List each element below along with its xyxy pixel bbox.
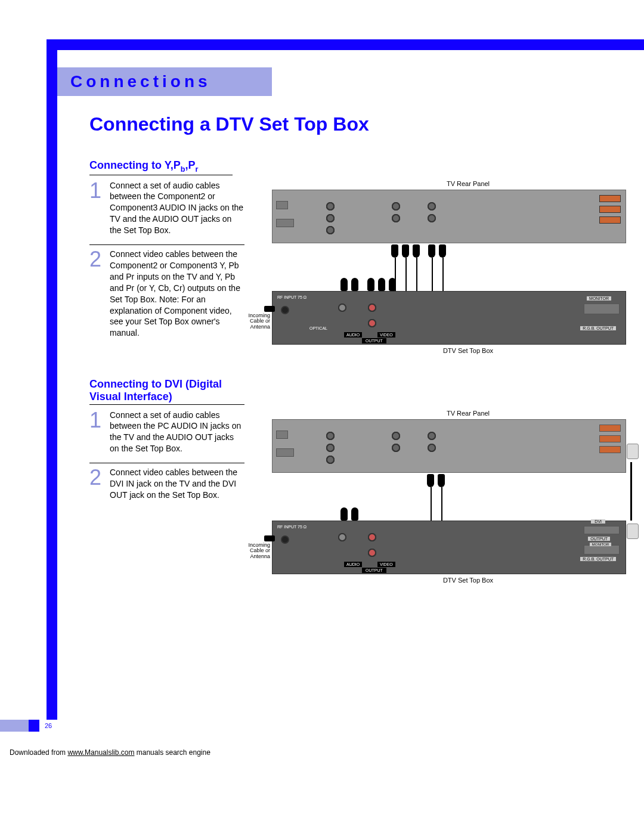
footer-prefix: Downloaded from (10, 748, 67, 757)
jack-icon (392, 214, 400, 222)
steps-column-a: 1 Connect a set of audio cables between … (89, 180, 244, 354)
dvi-cable-icon (630, 462, 632, 521)
diagram-b: TV Rear Panel (268, 410, 626, 584)
label-monitor: MONITOR (587, 296, 611, 301)
plug-icon (389, 278, 396, 291)
page-number: 26 (39, 720, 57, 732)
page-content: Connecting a DTV Set Top Box Connecting … (89, 113, 626, 608)
plug-icon (402, 244, 409, 258)
jack-icon (428, 202, 436, 210)
plug-icon (367, 278, 374, 291)
dvi-connector-icon (627, 524, 639, 539)
label-output: OUTPUT (362, 338, 386, 343)
diagram-bottom-label: DTV Set Top Box (310, 577, 626, 584)
plug-icon (351, 507, 358, 521)
label-video: VIDEO (377, 562, 395, 567)
port-dvi (599, 195, 621, 202)
section-dvi: Connecting to DVI (Digital Visual Interf… (89, 378, 626, 584)
step-number: 1 (89, 180, 103, 236)
section-ypbpr: Connecting to Y,Pb,Pr 1 Connect a set of… (89, 159, 626, 354)
chapter-heading: Connections (57, 67, 272, 96)
port-rgb (599, 446, 621, 453)
port-block (276, 431, 288, 439)
dvi-connector-icon (627, 444, 639, 459)
jack-icon (326, 432, 335, 440)
port-dvi (599, 425, 621, 432)
jack-pr-icon (368, 304, 376, 312)
label-audio: AUDIO (344, 332, 362, 337)
step-number: 1 (89, 410, 103, 455)
jack-icon (428, 214, 436, 222)
diagram-a: TV Rear Panel (268, 180, 626, 354)
jack-icon (428, 444, 436, 452)
tv-rear-panel (272, 190, 626, 243)
page-title: Connecting a DTV Set Top Box (89, 113, 626, 135)
pn-accent-light (0, 720, 29, 732)
jack-icon (338, 533, 346, 541)
plug-icon (340, 507, 348, 521)
jack-icon (326, 456, 335, 464)
diagram-top-label: TV Rear Panel (310, 410, 626, 417)
cable-icon (416, 258, 417, 291)
dvi-port (584, 526, 620, 534)
pn-accent-dark (29, 720, 39, 732)
plug-icon (428, 244, 435, 258)
footer: Downloaded from www.Manualslib.com manua… (10, 748, 210, 757)
label-rgb: R.G.B. OUTPUT (580, 326, 616, 330)
label-video: VIDEO (377, 332, 395, 337)
label-dvi: DVI (591, 519, 605, 524)
jack-icon (326, 214, 335, 222)
port-block (276, 201, 288, 209)
diagram-bottom-label: DTV Set Top Box (310, 347, 626, 354)
jack-icon (326, 226, 335, 234)
jack-icon (392, 202, 400, 210)
plug-icon (427, 474, 434, 487)
label-rgb: R.G.B. OUTPUT (580, 557, 616, 561)
steps-column-b: 1 Connect a set of audio cables between … (89, 410, 244, 584)
jack-icon (392, 444, 400, 452)
set-top-box-b: Incoming Cable or Antenna RF INPUT 75 Ω (272, 521, 626, 574)
tv-rear-panel-b (272, 419, 626, 473)
footer-suffix: manuals search engine (134, 748, 210, 757)
label-rf: RF INPUT 75 Ω (277, 525, 306, 529)
label-optical: OPTICAL (309, 326, 327, 330)
port-block (276, 219, 294, 227)
set-top-box: Incoming Cable or Antenna RF INPUT 75 Ω … (272, 291, 626, 345)
rf-jack-icon (281, 535, 289, 544)
step-b2: 2 Connect video cables between the DVI I… (89, 463, 244, 501)
incoming-label: Incoming Cable or Antenna (239, 543, 270, 561)
cable-icon (442, 258, 444, 291)
cable-icon (441, 487, 442, 521)
cable-icon (431, 487, 432, 521)
coax-plug-icon (264, 306, 275, 312)
diagram-top-label: TV Rear Panel (310, 180, 626, 187)
step-text: Connect video cables between the Compone… (110, 249, 244, 339)
plug-icon (391, 244, 398, 258)
jack-icon (326, 202, 335, 210)
section-heading-dvi: Connecting to DVI (Digital Visual Interf… (89, 378, 244, 405)
jack-icon (368, 319, 376, 327)
port-block (276, 448, 294, 457)
footer-link[interactable]: www.Manualslib.com (67, 748, 134, 757)
plug-icon (351, 278, 358, 291)
port-rgb (599, 216, 621, 224)
plug-icon (439, 244, 446, 258)
plug-icon (413, 244, 420, 258)
coax-plug-icon (264, 535, 275, 541)
jack-icon (368, 533, 376, 541)
step-text: Connect video cables between the DVI IN … (110, 467, 244, 501)
jack-icon (338, 304, 346, 312)
jack-icon (392, 432, 400, 440)
label-audio: AUDIO (344, 562, 362, 567)
cable-icon (432, 258, 433, 291)
incoming-label: Incoming Cable or Antenna (239, 313, 270, 331)
step-a1: 1 Connect a set of audio cables between … (89, 180, 244, 236)
plug-icon (378, 278, 385, 291)
page-number-bar: 26 (0, 720, 57, 732)
step-b1: 1 Connect a set of audio cables between … (89, 410, 244, 455)
port-pc (599, 435, 621, 442)
step-number: 2 (89, 249, 103, 339)
jack-icon (428, 432, 436, 440)
jack-icon (326, 444, 335, 452)
section-heading-ypbpr: Connecting to Y,Pb,Pr (89, 159, 233, 175)
